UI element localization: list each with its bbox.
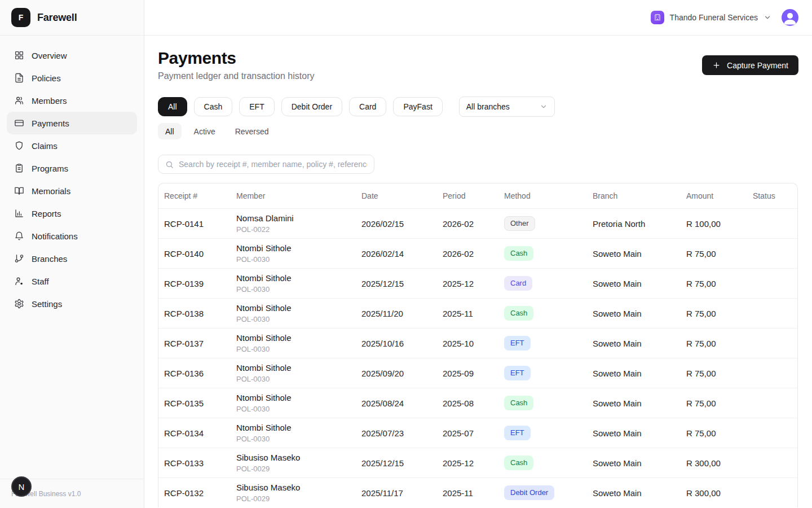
status-filter-row: All Active Reversed [158,123,798,139]
table-row[interactable]: RCP-0141 Nomsa Dlamini POL-0022 2026/02/… [158,208,797,238]
period-cell: 2025-10 [437,339,498,348]
member-cell: Sibusiso Maseko POL-0029 [231,453,356,474]
sidebar-item-notifications[interactable]: Notifications [7,225,137,247]
sidebar-item-branches[interactable]: Branches [7,247,137,270]
branch-cell: Soweto Main [587,428,681,438]
sidebar-item-reports[interactable]: Reports [7,202,137,225]
table-row[interactable]: RCP-0133 Sibusiso Maseko POL-0029 2025/1… [158,448,797,478]
method-cell: Debit Order [498,485,587,500]
policy-number: POL-0030 [236,435,356,444]
sidebar-item-label: Notifications [32,231,78,241]
bell-icon [14,231,24,241]
filter-chip-cash[interactable]: Cash [194,97,233,116]
date-cell: 2025/08/24 [356,398,437,408]
period-cell: 2025-12 [437,279,498,288]
receipt-cell: RCP-0138 [158,309,231,318]
method-cell: EFT [498,426,587,440]
search-input[interactable] [179,160,367,169]
period-cell: 2025-11 [437,488,498,498]
policy-number: POL-0030 [236,285,356,294]
branch-cell: Soweto Main [587,458,681,468]
table-row[interactable]: RCP-0132 Sibusiso Maseko POL-0029 2025/1… [158,478,797,507]
table-header: Receipt # Member Date Period Method Bran… [158,183,797,208]
table-row[interactable]: RCP-0138 Ntombi Sithole POL-0030 2025/11… [158,298,797,328]
sidebar-item-members[interactable]: Members [7,89,137,112]
policy-number: POL-0022 [236,225,356,234]
branch-select[interactable]: All branches [459,97,555,117]
chevron-down-icon [540,103,548,111]
sidebar-item-payments[interactable]: Payments [7,112,137,134]
amount-cell: R 75,00 [681,279,747,288]
status-tab-all[interactable]: All [158,123,182,139]
book-open-icon [14,186,24,196]
member-name: Nomsa Dlamini [236,213,356,224]
date-cell: 2025/12/15 [356,458,437,468]
date-cell: 2025/10/16 [356,339,437,348]
sidebar-item-claims[interactable]: Claims [7,134,137,157]
dev-tools-badge[interactable]: N [11,476,32,497]
bar-chart-icon [14,208,24,218]
method-cell: Cash [498,396,587,410]
amount-cell: R 75,00 [681,369,747,378]
receipt-cell: RCP-0133 [158,458,231,468]
file-text-icon [14,73,24,83]
method-badge: EFT [504,336,531,351]
filter-chip-all[interactable]: All [158,97,187,116]
date-cell: 2025/07/23 [356,428,437,438]
status-tab-reversed[interactable]: Reversed [228,123,276,139]
filter-chip-payfast[interactable]: PayFast [393,97,442,116]
sidebar-item-settings[interactable]: Settings [7,292,137,315]
user-avatar[interactable] [782,9,798,26]
member-name: Sibusiso Maseko [236,483,356,493]
table-row[interactable]: RCP-0137 Ntombi Sithole POL-0030 2025/10… [158,328,797,358]
search-icon [165,160,174,169]
table-row[interactable]: RCP-0136 Ntombi Sithole POL-0030 2025/09… [158,358,797,388]
branch-cell: Soweto Main [587,249,681,259]
sidebar-item-label: Memorials [32,186,70,196]
chevron-down-icon [764,14,771,21]
method-cell: Other [498,216,587,231]
sidebar-item-programs[interactable]: Programs [7,157,137,179]
date-cell: 2026/02/15 [356,219,437,229]
period-cell: 2025-08 [437,398,498,408]
amount-cell: R 75,00 [681,249,747,259]
member-cell: Ntombi Sithole POL-0030 [231,393,356,414]
table-row[interactable]: RCP-0140 Ntombi Sithole POL-0030 2026/02… [158,238,797,268]
capture-payment-button[interactable]: Capture Payment [702,55,798,75]
status-tab-active[interactable]: Active [187,123,223,139]
method-cell: Cash [498,306,587,321]
date-cell: 2025/11/17 [356,488,437,498]
table-row[interactable]: RCP-0135 Ntombi Sithole POL-0030 2025/08… [158,388,797,418]
member-cell: Ntombi Sithole POL-0030 [231,303,356,324]
sidebar-item-memorials[interactable]: Memorials [7,179,137,202]
org-switcher[interactable]: Thando Funeral Services [651,11,771,24]
table-row[interactable]: RCP-0134 Ntombi Sithole POL-0030 2025/07… [158,418,797,448]
member-name: Ntombi Sithole [236,363,356,373]
sidebar-item-overview[interactable]: Overview [7,44,137,67]
date-cell: 2026/02/14 [356,249,437,259]
credit-card-icon [14,118,24,128]
page-subtitle: Payment ledger and transaction history [158,71,314,81]
payments-page: Payments Payment ledger and transaction … [144,36,812,508]
filter-chip-debit-order[interactable]: Debit Order [281,97,342,116]
sidebar-item-staff[interactable]: Staff [7,270,137,292]
method-badge: Cash [504,396,533,410]
member-cell: Nomsa Dlamini POL-0022 [231,213,356,234]
branch-cell: Soweto Main [587,339,681,348]
branch-cell: Soweto Main [587,279,681,288]
filter-chip-card[interactable]: Card [349,97,386,116]
policy-number: POL-0030 [236,345,356,354]
receipt-cell: RCP-0137 [158,339,231,348]
sidebar-item-label: Settings [32,299,62,309]
users-icon [14,95,24,106]
member-name: Ntombi Sithole [236,393,356,403]
branch-cell: Soweto Main [587,309,681,318]
sidebar-item-policies[interactable]: Policies [7,67,137,89]
table-row[interactable]: RCP-0139 Ntombi Sithole POL-0030 2025/12… [158,268,797,298]
column-header-branch: Branch [587,191,681,200]
date-cell: 2025/11/20 [356,309,437,318]
brand-name: Farewell [37,12,77,24]
filter-chip-eft[interactable]: EFT [239,97,274,116]
amount-cell: R 75,00 [681,339,747,348]
period-cell: 2025-07 [437,428,498,438]
